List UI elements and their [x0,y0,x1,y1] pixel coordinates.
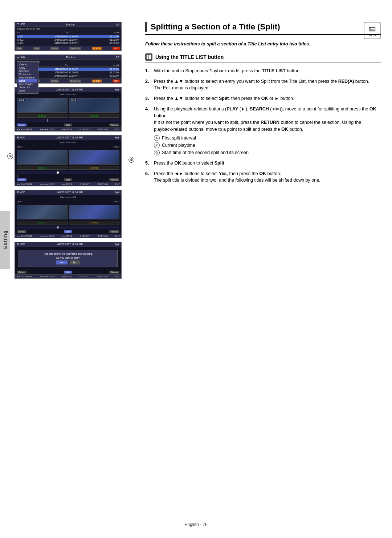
left-panel: ☰ HDD Title List 1/3 JAN/01/2007 17:30 P… [15,22,131,282]
screen-1-hdd: ☰ HDD [17,23,25,26]
intro-italic: Follow these instructions to split a sec… [145,41,310,46]
screen-3-thumbnails: Split 1 Split 2 [15,97,121,113]
screen-5-thumbnails [15,203,121,220]
sub-item-2: ② Current playtime [154,142,381,149]
step-2-content: Press the ▲▼ buttons to select an entry … [154,78,381,92]
section-icon [145,53,152,61]
step-6-content: Press the ◄► buttons to select Yes, then… [154,170,381,184]
screen-2-menu: ☰ HDD Title List 1/3 JAN/01/2007 17:30 P… [15,54,122,84]
screen-1-header: ☰ HDD Title List 1/3 [15,22,121,27]
confirm-text: This title cannot be recovered after spl… [21,252,115,255]
context-menu-overlay: Delete Copy Rename Protection Partial De… [17,61,38,94]
screen-6-controls: ►► PLAYPAUSE ◄◄ ►► SCAN ◄◄ MOVE ⊙ SELECT… [15,274,121,278]
step-6: 6. Press the ◄► buttons to select Yes, t… [145,170,381,184]
screen-6-buttons: Select Split Return [15,270,121,274]
sidebar-editing-tab: Editing [0,211,10,269]
marker-3: ③ [128,157,134,163]
screen-4-wrapper: ① ③ ☰ HDD JAN/01/2007 17:30 PR1 Split Ti… [15,135,131,186]
split-thumb-2: Split 2 [69,98,120,113]
page-footer: English - 76 [0,522,392,527]
screen-1-title-list: ☰ HDD Title List 1/3 JAN/01/2007 17:30 P… [15,22,122,51]
screen-1-table-header: No. Title Length [17,31,119,34]
screen-3-timecodes: 00:00:00 00:00:00 [15,113,121,118]
confirm-no: No [70,260,80,264]
step-6-number: 6. [145,170,151,184]
sub-text-3: Start time of the second split and its s… [162,149,249,156]
step-3-content: Press the ▲▼ buttons to select Split, th… [154,95,381,102]
split-thumb-5-2 [69,205,120,219]
screen-4-labels: ② [15,175,121,178]
screen-5-timecodes: 00:00:00 00:08:20 [15,220,121,225]
step-5: 5. Press the OK button to select Split. [145,160,381,167]
svg-rect-1 [149,55,151,59]
step-5-content: Press the OK button to select Split. [154,160,381,167]
step-4-sub-list: ① First split interval ② Current playtim… [154,134,381,156]
screen-1-row-2: □ 002 JAN/03/2007 21:00 PR 01:00:00 [17,38,119,41]
sub-circle-3: ③ [154,150,160,155]
screen-2-body: JAN/01/2007 17:30 PR1 No. Title Length □… [15,60,121,78]
screen-5-buttons: Select Split Return [15,230,121,234]
screen-4-progress [17,171,119,174]
screen-2-header: ☰ HDD Title List 1/3 [15,55,121,60]
sub-text-1: First split interval [162,134,196,142]
screen-5-split: ☰ HDD JAN/01/2007 17:30 PR1 Split Title … [15,190,122,238]
screen-1-row-3: □ 003 JAN/03/2007 22:15 PR 00:30:00 [17,41,119,45]
page-title-text: Splitting a Section of a Title (Split) [151,22,280,32]
split-thumb-4-2 [69,150,120,165]
sub-item-1: ① First split interval [154,134,381,142]
sub-text-2: Current playtime [162,142,195,149]
split-thumb-1: Split 1 [17,98,68,113]
step-1-content: With the unit in Stop mode/Playback mode… [154,68,381,74]
screenshots-container: ☰ HDD Title List 1/3 JAN/01/2007 17:30 P… [15,22,131,279]
sub-circle-1: ① [154,135,160,141]
screen-4-buttons: Select Split Return [15,178,121,182]
screen-1-title: Title List [66,23,75,26]
step-3: 3. Press the ▲▼ buttons to select Split,… [145,95,381,102]
screen-3-controls: ►► PLAYPAUSE ◄◄ ►► SCAN ◄◄ MOVE ⊙ SELECT… [15,127,121,131]
sidebar-tab-label: Editing [3,230,8,249]
step-4: 4. Using the playback-related buttons (P… [145,106,381,156]
step-4-number: 4. [145,106,151,156]
step-5-number: 5. [145,160,151,167]
confirm-buttons: Yes No [21,260,115,264]
screen-3-buttons: Select Split Return [15,123,121,127]
screen-4-thumbnails [15,149,121,165]
sub-item-3: ③ Start time of the second split and its… [154,149,381,156]
screen-3-split: ☰ HDD JAN/01/2007 17:30 PR1 Split Title … [15,87,122,132]
split-progress-bar [17,119,119,122]
screen-4-split: ☰ HDD JAN/01/2007 17:30 PR1 Split Title … [15,135,122,186]
title-bar-decoration [145,22,147,32]
screen-6-header: ☰ HDD JAN/01/2007 17:30 PR1 Split [15,242,121,247]
sub-circle-2: ② [154,142,160,148]
screen-1-footer: Edit Sort Go To Go to Info CHECK EXIT [15,46,121,50]
confirm-yes: Yes [56,260,68,264]
right-panel: Splitting a Section of a Title (Split) F… [145,22,381,187]
step-1-number: 1. [145,68,151,74]
page-title: Splitting a Section of a Title (Split) [145,22,381,35]
screen-5-progress [17,226,119,229]
screen-1-date: JAN/01/2007 17:30 PR1 [17,28,119,30]
step-4-content: Using the playback-related buttons (PLAY… [154,106,381,156]
split-thumb-5-1 [17,205,68,219]
screen-1-page: 1/3 [116,23,119,26]
screen-1-body: JAN/01/2007 17:30 PR1 No. Title Length □… [15,27,121,46]
split-thumb-4-1 [17,150,68,165]
confirm-sub: Do you want to split? [21,256,115,259]
step-1: 1. With the unit in Stop mode/Playback m… [145,68,381,74]
svg-rect-0 [147,55,148,59]
step-3-number: 3. [145,95,151,102]
section-heading-text: Using the TITLE LIST button [155,54,224,60]
confirm-dialog: This title cannot be recovered after spl… [19,250,118,267]
screen-4-controls: ►► PLAYPAUSE ◄◄ ►► SCAN ◄◄ MOVE ⊙ SELECT… [15,182,121,186]
screen-4-timecodes: 00:00:00 00:08:20 [15,165,121,170]
screen-6-confirm: ☰ HDD JAN/01/2007 17:30 PR1 Split This t… [15,242,122,279]
screen-1-row-1: □ 001 JAN/01/2007 17:30 PR 01:00:00 [17,35,119,38]
step-2-number: 2. [145,78,151,92]
screen-5-header: ☰ HDD JAN/01/2007 17:30 PR1 Split [15,190,121,195]
screen-5-controls: ►► PLAYPAUSE ◄◄ ►► SCAN ◄◄ MOVE ⊙ SELECT… [15,234,121,238]
step-2: 2. Press the ▲▼ buttons to select an ent… [145,78,381,92]
section-heading: Using the TITLE LIST button [145,53,381,62]
intro-text: Follow these instructions to split a sec… [145,41,381,48]
footer-text: English - 76 [184,522,207,527]
screen-4-header: ☰ HDD JAN/01/2007 17:30 PR1 Split [15,135,121,140]
